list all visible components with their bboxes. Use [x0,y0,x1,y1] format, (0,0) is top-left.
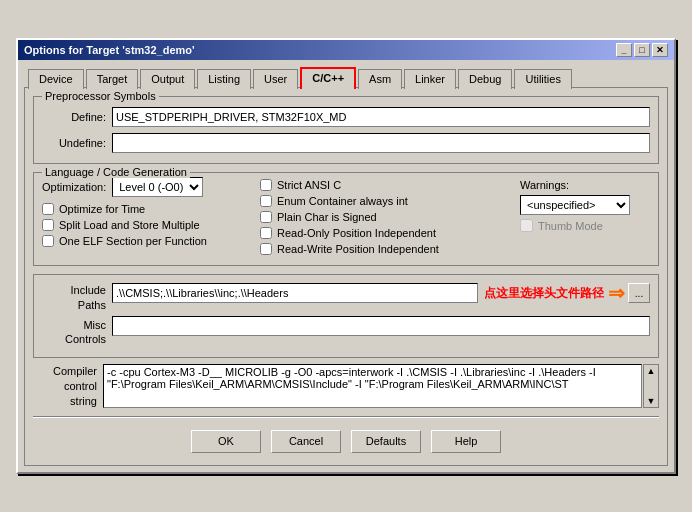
scrollbar[interactable]: ▲ ▼ [643,364,659,408]
optimize-time-row: Optimize for Time [42,203,252,215]
split-load-row: Split Load and Store Multiple [42,219,252,231]
tab-bar: Device Target Output Listing User C/C++ … [24,66,668,88]
language-label: Language / Code Generation [42,166,190,178]
defaults-button[interactable]: Defaults [351,430,421,453]
language-group: Language / Code Generation Optimization:… [33,172,659,266]
tab-output[interactable]: Output [140,69,195,89]
include-paths-input-wrap: 点这里选择头文件路径 ⇒ ... [112,281,650,305]
tab-user[interactable]: User [253,69,298,89]
title-bar-buttons: _ □ ✕ [616,43,668,57]
read-only-pos-checkbox[interactable] [260,227,272,239]
preprocessor-label: Preprocessor Symbols [42,90,159,102]
lang-left-col: Optimization: Level 0 (-O0) Level 1 (-O1… [42,177,252,259]
include-paths-label: IncludePaths [42,281,112,312]
include-paths-row: IncludePaths 点这里选择头文件路径 ⇒ ... [42,281,650,312]
misc-controls-row: MiscControls [42,316,650,347]
one-elf-checkbox[interactable] [42,235,54,247]
one-elf-row: One ELF Section per Function [42,235,252,247]
undefine-input[interactable] [112,133,650,153]
warnings-label: Warnings: [520,179,650,191]
define-input[interactable] [112,107,650,127]
optimization-label: Optimization: [42,181,106,193]
optimize-time-checkbox[interactable] [42,203,54,215]
preprocessor-group: Preprocessor Symbols Define: Undefine: [33,96,659,164]
divider [33,416,659,418]
read-only-pos-row: Read-Only Position Independent [260,227,512,239]
annotation-text: 点这里选择头文件路径 [484,285,604,302]
thumb-mode-checkbox[interactable] [520,219,533,232]
misc-controls-input[interactable] [112,316,650,336]
plain-char-row: Plain Char is Signed [260,211,512,223]
misc-controls-label: MiscControls [42,316,112,347]
arrow-icon: ⇒ [608,281,625,305]
enum-container-label: Enum Container always int [277,195,408,207]
split-load-label: Split Load and Store Multiple [59,219,200,231]
help-button[interactable]: Help [431,430,501,453]
maximize-button[interactable]: □ [634,43,650,57]
ok-button[interactable]: OK [191,430,261,453]
misc-input-wrap [112,316,650,336]
lang-middle-col: Strict ANSI C Enum Container always int … [260,177,512,259]
optimization-row: Optimization: Level 0 (-O0) Level 1 (-O1… [42,177,252,197]
tab-content: Preprocessor Symbols Define: Undefine: L… [24,87,668,465]
tab-asm[interactable]: Asm [358,69,402,89]
close-button[interactable]: ✕ [652,43,668,57]
tab-linker[interactable]: Linker [404,69,456,89]
browse-button[interactable]: ... [628,283,650,303]
compiler-control-textarea[interactable]: -c -cpu Cortex-M3 -D__ MICROLIB -g -O0 -… [103,364,642,408]
window-body: Device Target Output Listing User C/C++ … [18,60,674,471]
enum-container-row: Enum Container always int [260,195,512,207]
thumb-mode-row: Thumb Mode [520,219,650,232]
split-load-checkbox[interactable] [42,219,54,231]
define-label: Define: [42,111,112,123]
cancel-button[interactable]: Cancel [271,430,341,453]
optimization-dropdown[interactable]: Level 0 (-O0) Level 1 (-O1) Level 2 (-O2… [112,177,203,197]
bottom-bar: OK Cancel Defaults Help [33,424,659,457]
read-write-pos-row: Read-Write Position Independent [260,243,512,255]
include-section: IncludePaths 点这里选择头文件路径 ⇒ ... MiscContro… [33,274,659,357]
title-bar: Options for Target 'stm32_demo' _ □ ✕ [18,40,674,60]
strict-ansi-label: Strict ANSI C [277,179,341,191]
undefine-row: Undefine: [42,133,650,153]
read-only-pos-label: Read-Only Position Independent [277,227,436,239]
plain-char-label: Plain Char is Signed [277,211,377,223]
plain-char-checkbox[interactable] [260,211,272,223]
thumb-mode-label: Thumb Mode [538,220,603,232]
main-window: Options for Target 'stm32_demo' _ □ ✕ De… [16,38,676,473]
define-row: Define: [42,107,650,127]
include-paths-input[interactable] [112,283,478,303]
warnings-dropdown[interactable]: <unspecified> No Warnings All Warnings [520,195,630,215]
tab-cpp[interactable]: C/C++ [300,67,356,89]
tab-debug[interactable]: Debug [458,69,512,89]
compiler-control-row: Compilercontrolstring -c -cpu Cortex-M3 … [33,364,659,410]
optimize-time-label: Optimize for Time [59,203,145,215]
window-title: Options for Target 'stm32_demo' [24,44,195,56]
compiler-input-wrap: -c -cpu Cortex-M3 -D__ MICROLIB -g -O0 -… [103,364,659,408]
read-write-pos-checkbox[interactable] [260,243,272,255]
enum-container-checkbox[interactable] [260,195,272,207]
read-write-pos-label: Read-Write Position Independent [277,243,439,255]
strict-ansi-checkbox[interactable] [260,179,272,191]
language-section: Optimization: Level 0 (-O0) Level 1 (-O1… [42,177,650,259]
undefine-label: Undefine: [42,137,112,149]
tab-listing[interactable]: Listing [197,69,251,89]
one-elf-label: One ELF Section per Function [59,235,207,247]
tab-utilities[interactable]: Utilities [514,69,571,89]
tab-device[interactable]: Device [28,69,84,89]
compiler-control-label: Compilercontrolstring [33,364,103,410]
strict-ansi-row: Strict ANSI C [260,179,512,191]
tab-target[interactable]: Target [86,69,139,89]
lang-right-col: Warnings: <unspecified> No Warnings All … [520,177,650,259]
minimize-button[interactable]: _ [616,43,632,57]
